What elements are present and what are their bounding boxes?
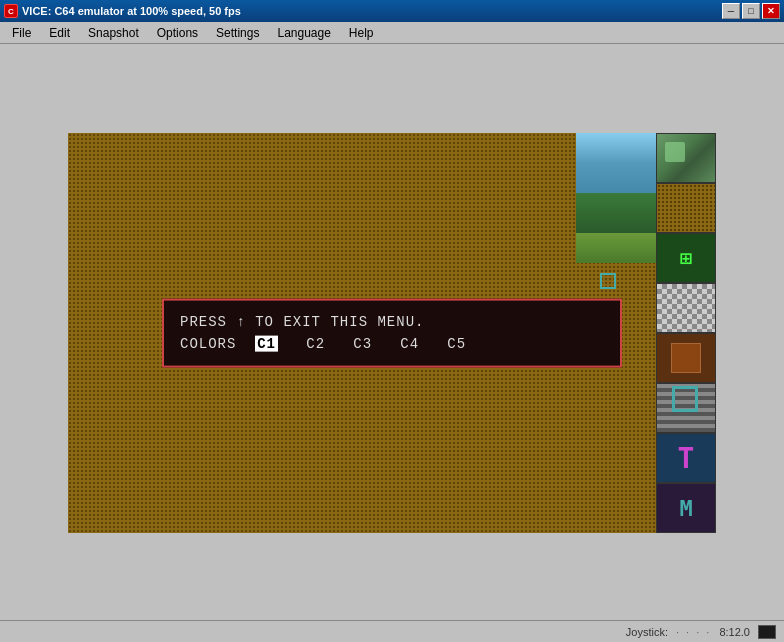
c64-menu-box: PRESS ↑ TO EXIT THIS MENU. COLORS C1 C2 … (162, 299, 622, 368)
menu-line1: PRESS ↑ TO EXIT THIS MENU. (180, 311, 604, 333)
tile-1 (656, 133, 716, 183)
close-button[interactable]: ✕ (762, 3, 780, 19)
app-icon: C (4, 4, 18, 18)
joystick-dots: · · · · (676, 626, 711, 638)
menu-language[interactable]: Language (269, 24, 338, 42)
menu-edit[interactable]: Edit (41, 24, 78, 42)
c1-selected: C1 (255, 336, 278, 352)
title-buttons: ─ □ ✕ (722, 3, 780, 19)
large-square-indicator (672, 386, 698, 412)
emulator-screen: PRESS ↑ TO EXIT THIS MENU. COLORS C1 C2 … (68, 133, 716, 533)
menu-options[interactable]: Options (149, 24, 206, 42)
tile-2 (656, 183, 716, 233)
minimize-button[interactable]: ─ (722, 3, 740, 19)
drive-indicator (758, 625, 776, 639)
title-bar-left: C VICE: C64 emulator at 100% speed, 50 f… (4, 4, 241, 18)
menu-bar: File Edit Snapshot Options Settings Lang… (0, 22, 784, 44)
restore-button[interactable]: □ (742, 3, 760, 19)
main-area: PRESS ↑ TO EXIT THIS MENU. COLORS C1 C2 … (0, 44, 784, 642)
right-side-panel: ⊞ T M (656, 133, 716, 533)
status-bar: Joystick: · · · · 8:12.0 (0, 620, 784, 642)
c64-display: PRESS ↑ TO EXIT THIS MENU. COLORS C1 C2 … (68, 133, 716, 533)
menu-help[interactable]: Help (341, 24, 382, 42)
tile-3: ⊞ (656, 233, 716, 283)
tile-5 (656, 333, 716, 383)
small-square-indicator (600, 273, 616, 289)
tile-8: M (656, 483, 716, 533)
menu-line2: COLORS C1 C2 C3 C4 C5 (180, 333, 604, 355)
window-title: VICE: C64 emulator at 100% speed, 50 fps (22, 5, 241, 17)
speed-indicator: 8:12.0 (719, 626, 750, 638)
menu-file[interactable]: File (4, 24, 39, 42)
title-bar: C VICE: C64 emulator at 100% speed, 50 f… (0, 0, 784, 22)
menu-snapshot[interactable]: Snapshot (80, 24, 147, 42)
menu-settings[interactable]: Settings (208, 24, 267, 42)
tile-7: T (656, 433, 716, 483)
joystick-label: Joystick: (626, 626, 668, 638)
tile-4 (656, 283, 716, 333)
